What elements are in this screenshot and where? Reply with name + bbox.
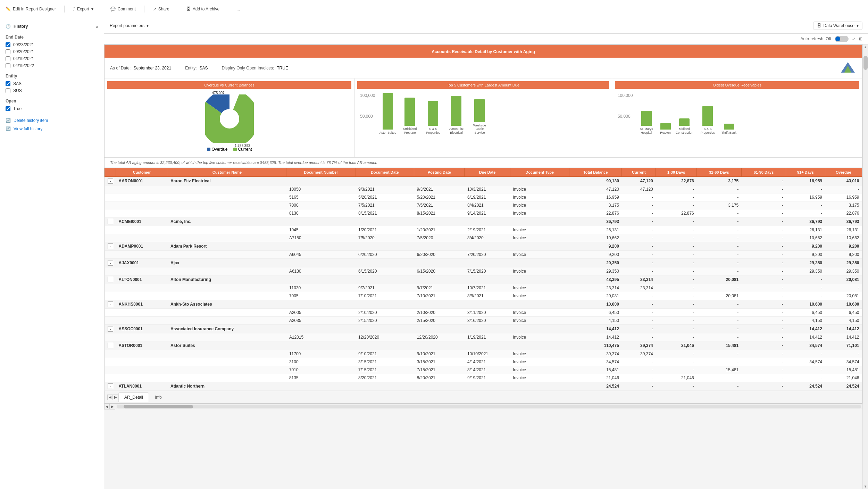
tab-info[interactable]: Info [149, 392, 168, 402]
expand-cell[interactable] [105, 234, 116, 242]
v-scroll-up[interactable]: ▲ [864, 45, 867, 49]
date-checkbox-2[interactable] [6, 49, 10, 54]
col-31-60[interactable]: 31-60 Days [697, 168, 742, 177]
cell-days_91plus: 4,150 [786, 317, 825, 325]
expand-cell[interactable] [105, 350, 116, 358]
share-button[interactable]: ↗ Share [153, 7, 169, 11]
expand-icon[interactable]: ⤢ [852, 36, 856, 41]
expand-button[interactable]: - [108, 326, 113, 332]
data-table-wrapper[interactable]: Customer Customer Name Document Number D… [105, 168, 862, 391]
open-filter-true[interactable]: True [6, 106, 98, 111]
expand-button[interactable]: - [108, 277, 113, 282]
expand-cell[interactable] [105, 284, 116, 292]
open-checkbox-true[interactable] [6, 106, 10, 111]
date-filter-item-2[interactable]: 09/20/2021 [6, 49, 98, 54]
expand-cell[interactable] [105, 358, 116, 366]
entity-filter-sas[interactable]: SAS [6, 81, 98, 86]
vertical-scrollbar[interactable]: ▲ ▼ [862, 44, 868, 489]
expand-cell[interactable]: - [105, 382, 116, 391]
expand-cell[interactable]: - [105, 217, 116, 226]
expand-cell[interactable] [105, 201, 116, 209]
col-total-balance[interactable]: Total Balance [569, 168, 622, 177]
cell-days_1_30: 21,046 [656, 374, 697, 382]
expand-button[interactable]: - [108, 301, 113, 307]
expand-cell[interactable] [105, 292, 116, 300]
entity-checkbox-sus[interactable] [6, 88, 10, 93]
more-button[interactable]: ... [236, 7, 240, 11]
expand-button[interactable]: - [108, 178, 113, 184]
tab-nav-right[interactable]: ▶ [113, 395, 118, 400]
horizontal-scrollbar[interactable]: ◀ ▶ [104, 404, 862, 409]
entity-checkbox-sas[interactable] [6, 81, 10, 86]
col-doc-date[interactable]: Document Date [356, 168, 414, 177]
expand-cell[interactable]: - [105, 177, 116, 185]
archive-button[interactable]: 🗄 Add to Archive [186, 7, 219, 11]
cell-days_91plus: 29,350 [786, 259, 825, 267]
cell-doc_date: 6/20/2020 [356, 251, 414, 259]
cell-overdue: 16,959 [825, 193, 862, 201]
data-warehouse-selector[interactable]: 🗄 Data Warehouse ▾ [813, 22, 862, 30]
col-customer-id[interactable]: Customer [116, 168, 168, 177]
h-scroll-track[interactable] [117, 405, 861, 408]
col-61-90[interactable]: 61-90 Days [741, 168, 786, 177]
entity-filter-sus[interactable]: SUS [6, 88, 98, 93]
col-91plus[interactable]: 91+ Days [786, 168, 825, 177]
date-filter-item-3[interactable]: 04/19/2021 [6, 56, 98, 61]
date-checkbox-3[interactable] [6, 56, 10, 61]
comment-button[interactable]: 💬 Comment [110, 7, 136, 11]
v-scroll-thumb[interactable] [863, 56, 868, 70]
expand-cell[interactable] [105, 251, 116, 259]
delete-history-button[interactable]: 🔄 Delete history item [6, 118, 98, 123]
expand-cell[interactable] [105, 366, 116, 374]
col-due-date[interactable]: Due Date [465, 168, 510, 177]
expand-cell[interactable]: - [105, 325, 116, 333]
expand-button[interactable]: - [108, 383, 113, 389]
expand-cell[interactable]: - [105, 275, 116, 284]
date-filter-item-1[interactable]: 09/23/2021 [6, 42, 98, 47]
expand-cell[interactable] [105, 333, 116, 341]
v-scroll-down[interactable]: ▼ [864, 484, 867, 488]
expand-cell[interactable] [105, 185, 116, 193]
expand-button[interactable]: - [108, 219, 113, 224]
tab-ar-detail[interactable]: AR_Detail [118, 392, 149, 402]
expand-cell[interactable] [105, 374, 116, 382]
cell-customer_id: AJAX0001 [116, 259, 168, 267]
col-customer-name[interactable]: Customer Name [168, 168, 286, 177]
date-filter-item-4[interactable]: 04/19/2022 [6, 63, 98, 68]
cell-post_date: 7/15/2021 [414, 366, 465, 374]
expand-cell[interactable]: - [105, 259, 116, 267]
expand-cell[interactable] [105, 209, 116, 217]
expand-button[interactable]: - [108, 343, 113, 348]
date-checkbox-1[interactable] [6, 42, 10, 47]
col-doc-number[interactable]: Document Number [286, 168, 356, 177]
edit-report-button[interactable]: ✏️ Edit in Report Designer [6, 7, 56, 11]
report-params-button[interactable]: Report parameters ▾ [110, 23, 149, 28]
expand-cell[interactable] [105, 309, 116, 317]
h-scroll-right[interactable]: ▶ [110, 404, 115, 409]
auto-refresh-toggle[interactable] [835, 36, 849, 42]
expand-button[interactable]: - [108, 260, 113, 266]
export-button[interactable]: ⤴ Export ▾ [73, 7, 93, 11]
sidebar-collapse-button[interactable]: « [95, 24, 98, 29]
expand-cell[interactable] [105, 267, 116, 275]
col-overdue[interactable]: Overdue [825, 168, 862, 177]
expand-cell[interactable]: - [105, 341, 116, 350]
expand-cell[interactable] [105, 193, 116, 201]
date-checkbox-4[interactable] [6, 63, 10, 68]
col-posting-date[interactable]: Posting Date [414, 168, 465, 177]
expand-cell[interactable] [105, 317, 116, 325]
col-current[interactable]: Current [622, 168, 656, 177]
view-full-history-button[interactable]: 🔄 View full history [6, 126, 98, 131]
h-scroll-left[interactable]: ◀ [104, 404, 110, 409]
col-1-30[interactable]: 1-30 Days [656, 168, 697, 177]
expand-button[interactable]: - [108, 243, 113, 249]
expand-cell[interactable]: - [105, 242, 116, 251]
cell-doc_type [510, 341, 569, 350]
col-doc-type[interactable]: Document Type [510, 168, 569, 177]
report-main[interactable]: Accounts Receivable Detail by Customer w… [104, 44, 862, 489]
h-scroll-thumb[interactable] [124, 405, 193, 408]
tab-nav-left[interactable]: ◀ [107, 395, 113, 400]
expand-cell[interactable]: - [105, 300, 116, 309]
grid-icon[interactable]: ⊞ [859, 36, 862, 41]
expand-cell[interactable] [105, 226, 116, 234]
